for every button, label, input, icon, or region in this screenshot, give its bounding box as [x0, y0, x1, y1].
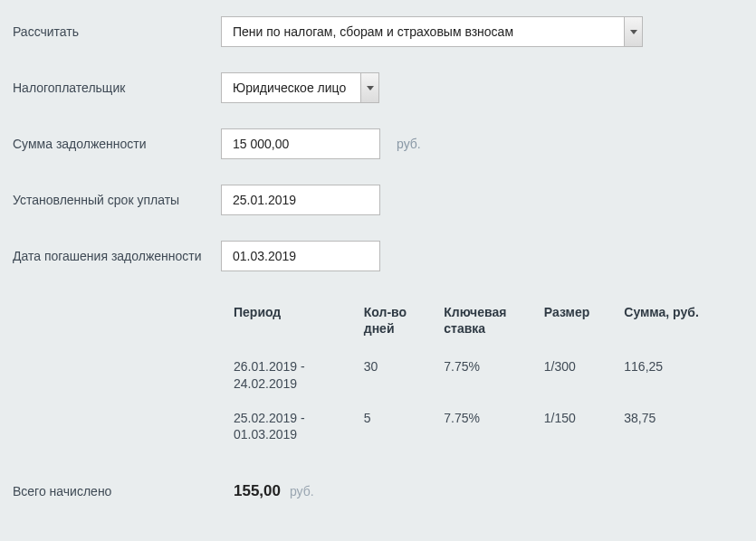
taxpayer-select-value: Юридическое лицо [233, 81, 355, 95]
payoff-date-value: 01.03.2019 [233, 249, 296, 263]
taxpayer-select[interactable]: Юридическое лицо [221, 72, 379, 103]
col-size: Размер [544, 304, 624, 353]
cell-rate: 7.75% [444, 404, 544, 455]
taxpayer-label: Налогоплательщик [13, 72, 221, 96]
cell-period: 25.02.2019 - 01.03.2019 [234, 404, 364, 455]
payoff-date-label: Дата погашения задолженности [13, 241, 221, 264]
table-row: 26.01.2019 - 24.02.2019 30 7.75% 1/300 1… [234, 353, 734, 403]
col-rate: Ключевая ставка [444, 304, 544, 353]
chevron-down-icon [360, 73, 378, 102]
cell-rate: 7.75% [444, 353, 544, 403]
results-table: Период Кол-во дней Ключевая ставка Разме… [234, 304, 734, 455]
debt-amount-input[interactable]: 15 000,00 [221, 128, 380, 159]
col-period: Период [234, 304, 364, 353]
debt-amount-value: 15 000,00 [233, 137, 289, 151]
table-header-row: Период Кол-во дней Ключевая ставка Разме… [234, 304, 734, 353]
cell-period: 26.01.2019 - 24.02.2019 [234, 353, 364, 403]
payoff-date-input[interactable]: 01.03.2019 [221, 241, 380, 271]
cell-size: 1/300 [544, 353, 624, 403]
due-date-value: 25.01.2019 [233, 193, 296, 207]
total-unit: руб. [290, 484, 314, 498]
total-value: 155,00 [234, 482, 281, 499]
table-row: 25.02.2019 - 01.03.2019 5 7.75% 1/150 38… [234, 404, 734, 455]
cell-days: 5 [364, 404, 444, 455]
col-days: Кол-во дней [364, 304, 444, 353]
calculate-select-value: Пени по налогам, сборам и страховым взно… [233, 24, 618, 39]
cell-size: 1/150 [544, 404, 624, 455]
calculate-select[interactable]: Пени по налогам, сборам и страховым взно… [221, 16, 643, 47]
cell-sum: 38,75 [624, 404, 734, 455]
cell-days: 30 [364, 353, 444, 403]
chevron-down-icon [624, 17, 642, 46]
col-sum: Сумма, руб. [624, 304, 734, 353]
due-date-input[interactable]: 25.01.2019 [221, 185, 380, 215]
cell-sum: 116,25 [624, 353, 734, 403]
calculate-label: Рассчитать [13, 16, 221, 40]
debt-amount-label: Сумма задолженности [13, 128, 221, 152]
debt-amount-unit: руб. [397, 137, 421, 151]
total-label: Всего начислено [13, 484, 234, 498]
due-date-label: Установленный срок уплаты [13, 185, 221, 208]
